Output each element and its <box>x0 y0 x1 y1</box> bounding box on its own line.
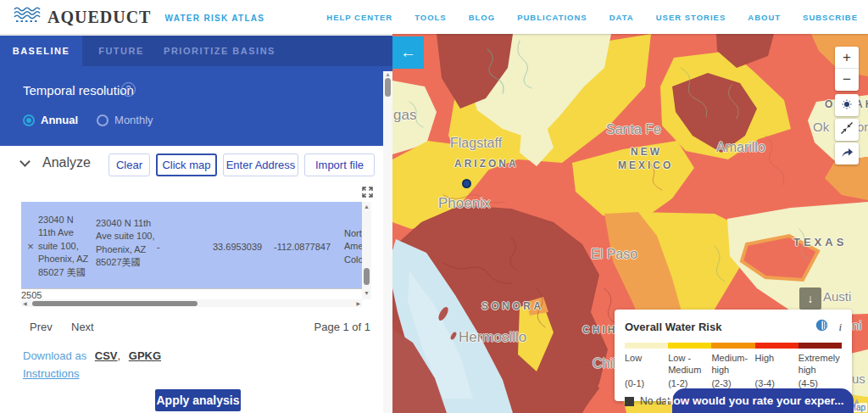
nav-publications[interactable]: PUBLICATIONS <box>517 13 587 22</box>
download-arrow-icon: ↓ <box>808 292 814 305</box>
basemap-icon <box>842 98 852 113</box>
click-map-button[interactable]: Click map <box>156 153 217 176</box>
tab-prioritize-basins[interactable]: PRIORITIZE BASINS <box>160 36 279 66</box>
nav-tools[interactable]: TOOLS <box>415 13 447 22</box>
header: AQUEDUCT WATER RISK ATLAS HELP CENTER TO… <box>0 0 868 34</box>
separator: , <box>118 349 121 362</box>
expand-up-icon: ▲ <box>852 396 860 405</box>
legend-class-range: (0-1) <box>625 378 668 388</box>
analyze-title: Analyze <box>42 155 91 170</box>
nav-blog[interactable]: BLOG <box>469 13 495 22</box>
import-file-button[interactable]: Import file <box>304 153 375 176</box>
map-label-oklahoma-fragment-1: O <box>825 98 835 110</box>
feedback-text: How would you rate your exper... <box>665 394 844 407</box>
radio-selected-icon <box>23 114 35 126</box>
download-as-label: Download as <box>23 349 86 362</box>
radio-monthly[interactable]: Monthly <box>97 114 153 126</box>
legend-swatch-medium-high <box>711 343 754 349</box>
tab-baseline[interactable]: BASELINE <box>0 36 82 66</box>
tab-future[interactable]: FUTURE <box>82 36 160 66</box>
feedback-banner[interactable]: How would you rate your exper... ▲ <box>672 388 854 413</box>
panel-scrollbar[interactable]: ▲ <box>383 71 392 413</box>
location-marker[interactable] <box>462 179 471 188</box>
scroll-down-icon[interactable]: ▼ <box>364 290 370 296</box>
zoom-in-button[interactable]: + <box>835 47 859 69</box>
legend-class-range: (4-5) <box>798 378 842 388</box>
panel-scroll-up-icon[interactable]: ▲ <box>385 71 391 77</box>
nav-user-stories[interactable]: USER STORIES <box>656 13 726 22</box>
info-icon[interactable]: i <box>838 321 842 334</box>
remove-row-icon[interactable]: × <box>25 239 36 254</box>
fit-bounds-button[interactable] <box>835 119 859 141</box>
scroll-left-icon[interactable]: ◀ <box>23 301 27 306</box>
legend-class-range: (3-4) <box>755 378 798 388</box>
baseline-settings-section: BASELINE FUTURE PRIORITIZE BASINS Tempor… <box>0 36 392 146</box>
legend-class-label: Low <box>625 353 668 377</box>
legend-card: Overall Water Risk i <box>615 310 852 401</box>
radio-unselected-icon <box>97 114 108 126</box>
map-label-arizona: ARIZONA <box>454 158 519 170</box>
instructions-link[interactable]: Instructions <box>23 367 79 380</box>
map-label-austin-fragment: Austi <box>823 289 851 304</box>
legend-class-range: (1-2) <box>668 378 711 388</box>
nav-data[interactable]: DATA <box>609 13 634 22</box>
vertical-scroll-thumb[interactable] <box>364 268 370 285</box>
cell-region-truncated: Nort Ame Colo <box>344 227 363 266</box>
page-indicator: Page 1 of 1 <box>314 321 371 333</box>
radio-monthly-label: Monthly <box>114 114 153 126</box>
analyze-section-header[interactable]: Analyze <box>21 155 91 170</box>
cell-matched-address: 23040 N 11th Ave suite 100, Phoenix, AZ … <box>96 217 160 270</box>
scroll-right-icon[interactable]: ▶ <box>356 301 360 306</box>
map[interactable]: gas Flagstaff ARIZONA Phoenix Santa Fe N… <box>392 34 868 413</box>
legend-swatch-high <box>755 343 798 349</box>
zoom-out-button[interactable]: − <box>835 69 859 90</box>
temporal-options: Annual Monthly <box>23 114 153 126</box>
apply-analysis-button[interactable]: Apply analysis <box>155 389 241 411</box>
download-csv-link[interactable]: CSV <box>95 349 118 362</box>
expand-table-icon[interactable] <box>361 186 374 198</box>
horizontal-scroll-thumb[interactable] <box>32 301 198 306</box>
download-gpkg-link[interactable]: GPKG <box>129 349 161 362</box>
radio-annual[interactable]: Annual <box>23 114 78 126</box>
waves-logo-icon <box>14 6 41 28</box>
aqueduct-water-risk-atlas-app: AQUEDUCT WATER RISK ATLAS HELP CENTER TO… <box>0 0 868 413</box>
legend-class-label: Extremely high <box>798 353 842 377</box>
radio-annual-label: Annual <box>41 114 78 126</box>
top-nav: HELP CENTER TOOLS BLOG PUBLICATIONS DATA… <box>326 0 858 34</box>
legend-collapse-button[interactable]: ↓ <box>799 287 821 310</box>
back-arrow-icon: ← <box>400 43 416 62</box>
map-label-texas: TEXAS <box>793 236 847 248</box>
collapse-panel-button[interactable]: ← <box>392 36 424 69</box>
legend-class-label: Low - Medium <box>668 353 711 377</box>
legend-swatch-low-medium <box>668 343 711 349</box>
nav-subscribe[interactable]: SUBSCRIBE <box>803 13 858 22</box>
scroll-up-icon[interactable]: ▲ <box>364 204 370 209</box>
aqueduct-logo[interactable]: AQUEDUCT WATER RISK ATLAS <box>14 6 264 28</box>
basemap-button[interactable] <box>835 94 859 116</box>
nav-about[interactable]: ABOUT <box>748 13 781 22</box>
temporal-resolution-label: Temporal resolution <box>23 83 134 98</box>
panel-scroll-thumb[interactable] <box>385 78 391 97</box>
next-page-button[interactable]: Next <box>71 321 94 333</box>
legend-title: Overall Water Risk <box>625 321 815 333</box>
map-label-ni-fragment: ni <box>852 318 862 332</box>
enter-address-button[interactable]: Enter Address <box>223 153 298 176</box>
share-button[interactable] <box>835 142 859 165</box>
table-horizontal-scrollbar[interactable]: ◀ ▶ <box>21 299 362 307</box>
map-label-hermosillo: Hermosillo <box>459 329 526 346</box>
nav-help-center[interactable]: HELP CENTER <box>326 13 392 22</box>
map-label-flagstaff: Flagstaff <box>450 136 502 151</box>
prev-page-button[interactable]: Prev <box>30 321 53 333</box>
legend-swatch-low <box>625 343 668 349</box>
zoom-controls: + − <box>835 47 859 91</box>
cell-dash: - <box>157 241 167 254</box>
help-icon[interactable]: ? <box>121 82 136 97</box>
table-row[interactable]: × 23040 N 11th Ave suite 100, Phoenix, A… <box>21 202 362 289</box>
opacity-icon[interactable] <box>815 319 828 335</box>
share-arrow-icon <box>841 146 854 161</box>
table-vertical-scrollbar[interactable]: ▲ ▼ <box>362 202 371 299</box>
left-panel: BASELINE FUTURE PRIORITIZE BASINS Tempor… <box>0 34 392 413</box>
map-label-el-paso: El Paso <box>591 247 637 262</box>
clear-button[interactable]: Clear <box>108 153 150 176</box>
chevron-down-icon <box>19 156 31 167</box>
